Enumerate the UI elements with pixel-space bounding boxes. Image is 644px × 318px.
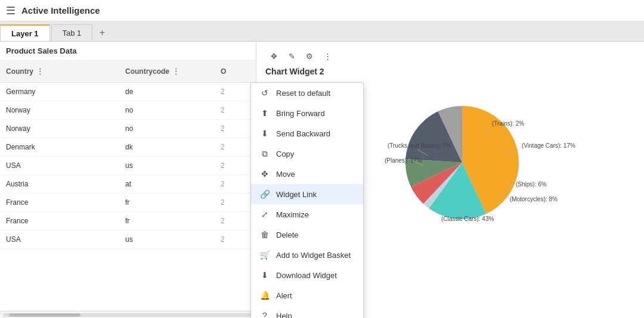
cell-code: dk: [119, 141, 215, 153]
cell-other: 2: [215, 123, 250, 135]
scrollbar-thumb[interactable]: [9, 313, 80, 317]
menu-item-label: Delete: [276, 230, 299, 239]
cell-country: France: [0, 197, 119, 208]
tab-tab1[interactable]: Tab 1: [51, 24, 93, 41]
cell-country: Norway: [0, 104, 119, 116]
menu-item-maximize[interactable]: ⤢ Maximize: [251, 204, 363, 225]
cell-other: 2: [215, 215, 250, 227]
scrollbar-track[interactable]: [3, 313, 253, 317]
cell-other: 2: [215, 86, 250, 98]
menu-item-delete[interactable]: 🗑 Delete: [251, 225, 363, 245]
table-row[interactable]: Norway no 2: [0, 120, 256, 138]
toolbar-move-btn[interactable]: ✥: [265, 48, 282, 64]
table-row[interactable]: USA us 2: [0, 230, 256, 249]
label-vintage-cars: (Vintage Cars): 17%: [522, 142, 575, 149]
label-ships: (Ships): 6%: [516, 181, 547, 188]
cell-code: fr: [119, 197, 215, 208]
cell-country: USA: [0, 233, 119, 245]
alert-icon: 🔔: [259, 290, 270, 301]
menu-item-bring-forward[interactable]: ⬆ Bring Forward: [251, 103, 363, 123]
add-basket-icon: 🛒: [259, 250, 270, 260]
tab-add-button[interactable]: +: [94, 24, 110, 41]
label-trucks: (Trucks and Buses): 7%: [388, 142, 451, 149]
topbar: ☰ Active Intelligence: [0, 0, 644, 21]
widget-toolbar: ✥ ✎ ⚙ ⋮: [265, 48, 635, 64]
menu-item-download[interactable]: ⬇ Download Widget: [251, 265, 363, 285]
help-icon: ?: [259, 310, 270, 318]
table-row[interactable]: USA us 2: [0, 157, 256, 175]
left-panel: Product Sales Data Country ⋮ Countrycode…: [0, 42, 256, 318]
label-motorcycles: (Motorcycles): 8%: [510, 196, 558, 202]
table-row[interactable]: Austria at 2: [0, 175, 256, 194]
bring-forward-icon: ⬆: [259, 108, 270, 119]
cell-other: 2: [215, 104, 250, 116]
move-icon: ✥: [259, 169, 270, 179]
menu-item-label: Bring Forward: [276, 109, 325, 118]
label-classic-cars: (Classic Cars): 43%: [441, 216, 494, 222]
cell-code: no: [119, 123, 215, 135]
tab-layer1[interactable]: Layer 1: [0, 24, 50, 41]
menu-item-label: Move: [276, 170, 295, 179]
toolbar-settings-btn[interactable]: ⚙: [301, 48, 318, 64]
cell-code: de: [119, 86, 215, 98]
menu-item-widget-link[interactable]: 🔗 Widget Link: [251, 184, 363, 204]
cell-country: France: [0, 215, 119, 227]
table-row[interactable]: France fr 2: [0, 212, 256, 230]
cell-other: 2: [215, 233, 250, 245]
menu-item-label: Help: [276, 311, 292, 319]
scrollbar-area: [0, 311, 256, 318]
cell-other: 2: [215, 178, 250, 190]
cell-country: Germany: [0, 86, 119, 98]
cell-code: us: [119, 233, 215, 245]
menu-item-label: Send Backward: [276, 129, 330, 138]
cell-country: Austria: [0, 178, 119, 190]
menu-item-label: Copy: [276, 149, 294, 158]
menu-item-copy[interactable]: ⧉ Copy: [251, 144, 363, 164]
table-row[interactable]: France fr 2: [0, 194, 256, 212]
label-trains: (Trains): 2%: [492, 120, 524, 127]
main-area: Product Sales Data Country ⋮ Countrycode…: [0, 42, 644, 318]
col-header-countrycode: Countrycode ⋮: [119, 64, 215, 79]
widget-link-icon: 🔗: [259, 189, 270, 199]
cell-country: Denmark: [0, 141, 119, 153]
tabbar: Layer 1 Tab 1 +: [0, 21, 644, 42]
col-header-country: Country ⋮: [0, 64, 119, 79]
col-sort-country-icon[interactable]: ⋮: [36, 67, 44, 76]
menu-item-label: Add to Widget Basket: [276, 251, 351, 260]
menu-item-reset[interactable]: ↺ Reset to default: [251, 83, 363, 103]
reset-icon: ↺: [259, 88, 270, 98]
cell-country: Norway: [0, 123, 119, 135]
toolbar-edit-btn[interactable]: ✎: [283, 48, 300, 64]
menu-item-help[interactable]: ? Help: [251, 305, 363, 318]
cell-code: fr: [119, 215, 215, 227]
cell-other: 2: [215, 141, 250, 153]
menu-item-alert[interactable]: 🔔 Alert: [251, 285, 363, 305]
menu-item-add-basket[interactable]: 🛒 Add to Widget Basket: [251, 245, 363, 265]
table-body: Germany de 2 Norway no 2 Norway no 2 Den…: [0, 83, 256, 311]
hamburger-icon[interactable]: ☰: [6, 4, 16, 17]
maximize-icon: ⤢: [259, 209, 270, 220]
toolbar-more-btn[interactable]: ⋮: [319, 48, 336, 64]
download-icon: ⬇: [259, 270, 270, 280]
menu-item-move[interactable]: ✥ Move: [251, 164, 363, 184]
cell-other: 2: [215, 160, 250, 172]
menu-item-label: Reset to default: [276, 89, 330, 98]
table-row[interactable]: Germany de 2: [0, 83, 256, 101]
table-header: Country ⋮ Countrycode ⋮ O: [0, 61, 256, 83]
send-backward-icon: ⬇: [259, 128, 270, 139]
menu-item-label: Alert: [276, 291, 292, 300]
menu-item-label: Download Widget: [276, 271, 337, 280]
cell-country: USA: [0, 160, 119, 172]
cell-code: us: [119, 160, 215, 172]
menu-item-label: Maximize: [276, 210, 309, 219]
menu-item-label: Widget Link: [276, 190, 317, 199]
context-menu: ↺ Reset to default ⬆ Bring Forward ⬇ Sen…: [250, 82, 364, 318]
delete-icon: 🗑: [259, 229, 270, 240]
table-row[interactable]: Norway no 2: [0, 101, 256, 120]
menu-item-send-backward[interactable]: ⬇ Send Backward: [251, 123, 363, 144]
copy-icon: ⧉: [259, 148, 270, 159]
chart-title: Chart Widget 2: [265, 67, 635, 76]
col-sort-code-icon[interactable]: ⋮: [172, 67, 180, 76]
cell-other: 2: [215, 197, 250, 208]
table-row[interactable]: Denmark dk 2: [0, 138, 256, 157]
